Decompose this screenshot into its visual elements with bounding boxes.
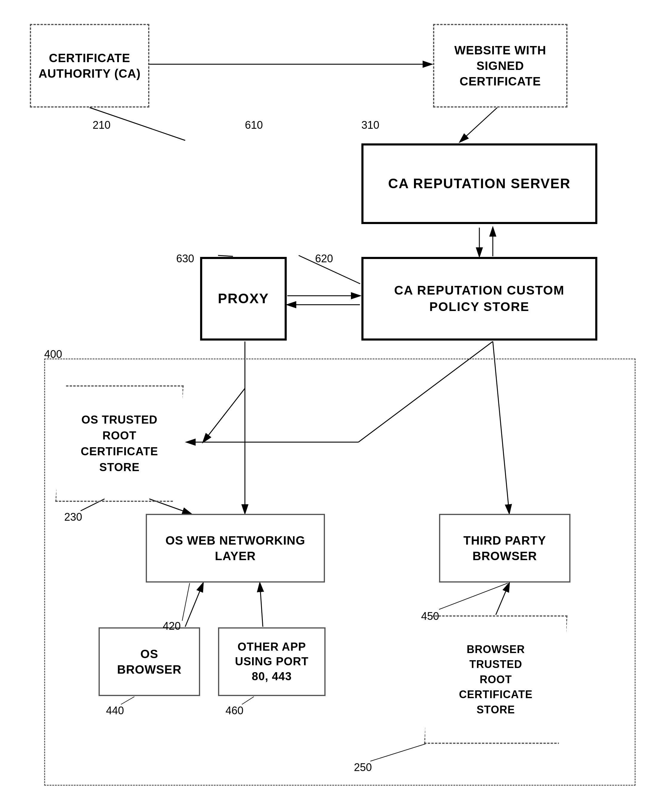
os-browser-box: OSBROWSER <box>99 627 200 696</box>
label-310: 310 <box>361 119 379 132</box>
website-signed-cert-label: WEBSITE WITHSIGNEDCERTIFICATE <box>454 42 546 89</box>
proxy-box: PROXY <box>200 257 287 341</box>
label-420: 420 <box>163 620 181 632</box>
label-250: 250 <box>354 761 372 774</box>
label-610: 610 <box>245 119 263 132</box>
third-party-browser-box: THIRD PARTYBROWSER <box>439 514 570 582</box>
label-450: 450 <box>421 610 439 623</box>
ca-reputation-custom-policy-store-label: CA REPUTATION CUSTOMPOLICY STORE <box>394 282 565 315</box>
svg-line-10 <box>218 255 233 256</box>
label-400: 400 <box>44 348 62 361</box>
os-trusted-root-cert-store-label: OS TRUSTEDROOTCERTIFICATESTORE <box>81 412 158 476</box>
label-630: 630 <box>176 252 194 265</box>
label-620: 620 <box>315 252 333 265</box>
certificate-authority-box: CERTIFICATE AUTHORITY (CA) <box>30 24 149 107</box>
website-signed-cert-box: WEBSITE WITHSIGNEDCERTIFICATE <box>433 24 568 107</box>
os-trusted-root-cert-store-box: OS TRUSTEDROOTCERTIFICATESTORE <box>55 385 184 502</box>
os-web-networking-layer-label: OS WEB NETWORKINGLAYER <box>166 533 305 564</box>
ca-reputation-server-box: CA REPUTATION SERVER <box>361 143 597 224</box>
diagram-container: CERTIFICATE AUTHORITY (CA) WEBSITE WITHS… <box>0 0 672 803</box>
os-browser-label: OSBROWSER <box>117 646 182 677</box>
browser-trusted-root-cert-store-label: BROWSERTRUSTEDROOTCERTIFICATESTORE <box>459 642 532 717</box>
label-460: 460 <box>226 704 243 717</box>
svg-line-3 <box>460 107 497 142</box>
label-440: 440 <box>106 704 124 717</box>
ca-reputation-server-label: CA REPUTATION SERVER <box>388 175 571 193</box>
proxy-label: PROXY <box>218 290 269 308</box>
label-210: 210 <box>93 119 110 132</box>
ca-reputation-custom-policy-store-box: CA REPUTATION CUSTOMPOLICY STORE <box>361 257 597 341</box>
other-app-box: OTHER APPUSING PORT80, 443 <box>218 627 326 696</box>
os-web-networking-layer-box: OS WEB NETWORKINGLAYER <box>146 514 325 582</box>
third-party-browser-label: THIRD PARTYBROWSER <box>464 533 546 564</box>
label-230: 230 <box>64 511 82 523</box>
browser-trusted-root-cert-store-box: BROWSERTRUSTEDROOTCERTIFICATESTORE <box>424 615 568 744</box>
other-app-label: OTHER APPUSING PORT80, 443 <box>235 640 308 684</box>
certificate-authority-label: CERTIFICATE AUTHORITY (CA) <box>31 50 148 81</box>
